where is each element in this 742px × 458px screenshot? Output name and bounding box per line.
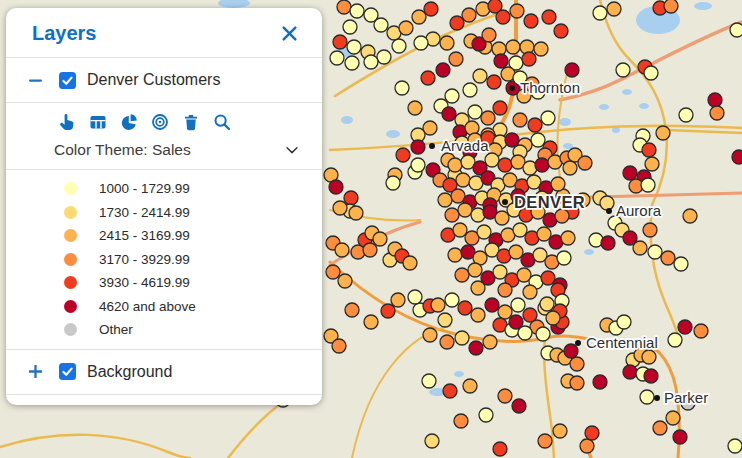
customer-point[interactable] (664, 0, 678, 13)
customer-point[interactable] (440, 335, 454, 349)
customer-point[interactable] (578, 156, 592, 170)
customer-point[interactable] (473, 69, 487, 83)
customer-point[interactable] (445, 208, 459, 222)
customer-point[interactable] (641, 178, 655, 192)
customer-point[interactable] (553, 424, 567, 438)
customer-point[interactable] (350, 4, 364, 18)
customer-point[interactable] (728, 439, 742, 453)
customer-point[interactable] (395, 81, 409, 95)
customer-point[interactable] (498, 305, 512, 319)
customer-point[interactable] (546, 311, 560, 325)
customer-point[interactable] (443, 384, 457, 398)
customer-point[interactable] (438, 313, 452, 327)
customer-point[interactable] (445, 293, 459, 307)
data-table-button[interactable] (89, 113, 107, 131)
customer-point[interactable] (482, 28, 496, 42)
customer-point[interactable] (498, 283, 512, 297)
customer-point[interactable] (506, 40, 520, 54)
customer-point[interactable] (644, 66, 658, 80)
customer-point[interactable] (645, 157, 659, 171)
customer-point[interactable] (456, 173, 470, 187)
customer-point[interactable] (479, 408, 493, 422)
customer-point[interactable] (458, 301, 472, 315)
customer-point[interactable] (536, 327, 550, 341)
layer-checkbox-denver-customers[interactable] (59, 72, 76, 89)
customer-point[interactable] (468, 263, 482, 277)
customer-point[interactable] (505, 133, 519, 147)
customer-point[interactable] (345, 56, 359, 70)
customer-point[interactable] (332, 339, 346, 353)
customer-point[interactable] (469, 341, 483, 355)
customer-point[interactable] (333, 35, 347, 49)
customer-point[interactable] (537, 227, 551, 241)
target-button[interactable] (151, 113, 169, 131)
customer-point[interactable] (455, 268, 469, 282)
customer-point[interactable] (565, 63, 579, 77)
customer-point[interactable] (616, 63, 630, 77)
customer-point[interactable] (518, 326, 532, 340)
customer-point[interactable] (570, 376, 584, 390)
customer-point[interactable] (617, 315, 631, 329)
search-layer-button[interactable] (213, 113, 231, 131)
customer-point[interactable] (422, 374, 436, 388)
customer-point[interactable] (455, 331, 469, 345)
customer-point[interactable] (666, 411, 680, 425)
customer-point[interactable] (623, 365, 637, 379)
customer-point[interactable] (511, 298, 525, 312)
customer-point[interactable] (408, 101, 422, 115)
customer-point[interactable] (493, 442, 507, 456)
customer-point[interactable] (468, 105, 482, 119)
customer-point[interactable] (411, 140, 425, 154)
customer-point[interactable] (349, 206, 363, 220)
customer-point[interactable] (557, 251, 571, 265)
customer-point[interactable] (708, 93, 722, 107)
customer-point[interactable] (425, 434, 439, 448)
customer-point[interactable] (512, 399, 526, 413)
customer-point[interactable] (513, 223, 527, 237)
customer-point[interactable] (541, 111, 555, 125)
customer-point[interactable] (493, 101, 507, 115)
customer-point[interactable] (555, 209, 569, 223)
customer-point[interactable] (563, 161, 577, 175)
customer-point[interactable] (477, 225, 491, 239)
customer-point[interactable] (644, 369, 658, 383)
pie-chart-button[interactable] (120, 113, 138, 131)
customer-point[interactable] (542, 10, 556, 24)
expand-layer-button[interactable] (22, 365, 48, 378)
customer-point[interactable] (642, 143, 656, 157)
customer-point[interactable] (540, 297, 554, 311)
customer-point[interactable] (633, 241, 647, 255)
customer-point[interactable] (534, 42, 548, 56)
customer-point[interactable] (386, 176, 400, 190)
customer-point[interactable] (600, 196, 614, 210)
customer-point[interactable] (471, 308, 485, 322)
customer-point[interactable] (513, 113, 527, 127)
customer-point[interactable] (454, 414, 468, 428)
customer-point[interactable] (436, 63, 450, 77)
customer-point[interactable] (653, 421, 667, 435)
customer-point[interactable] (442, 107, 456, 121)
customer-point[interactable] (483, 335, 497, 349)
customer-point[interactable] (364, 55, 378, 69)
customer-point[interactable] (564, 344, 578, 358)
customer-point[interactable] (643, 223, 657, 237)
customer-point[interactable] (462, 8, 476, 22)
customer-point[interactable] (496, 10, 510, 24)
customer-point[interactable] (580, 439, 594, 453)
customer-point[interactable] (730, 23, 742, 37)
customer-point[interactable] (485, 153, 499, 167)
customer-point[interactable] (510, 4, 524, 18)
customer-point[interactable] (494, 54, 508, 68)
customer-point[interactable] (495, 211, 509, 225)
customer-point[interactable] (333, 201, 347, 215)
customer-point[interactable] (448, 158, 462, 172)
customer-point[interactable] (421, 71, 435, 85)
customer-point[interactable] (656, 126, 670, 140)
customer-point[interactable] (661, 251, 675, 265)
customer-point[interactable] (391, 293, 405, 307)
customer-point[interactable] (471, 281, 485, 295)
customer-point[interactable] (392, 39, 406, 53)
customer-point[interactable] (431, 298, 445, 312)
customer-point[interactable] (450, 16, 464, 30)
customer-point[interactable] (487, 75, 501, 89)
